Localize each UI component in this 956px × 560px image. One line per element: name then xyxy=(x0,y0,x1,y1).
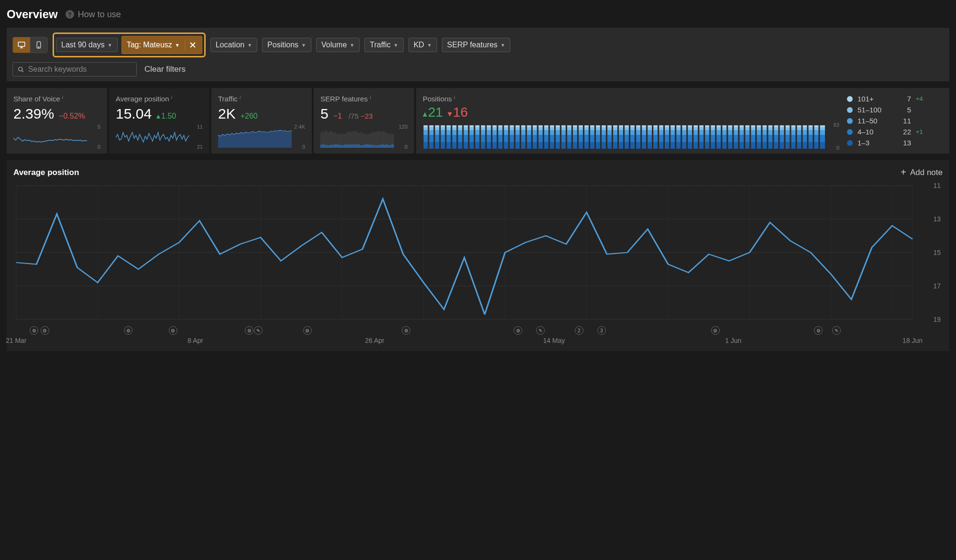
svg-rect-16 xyxy=(327,145,328,148)
svg-rect-120 xyxy=(390,145,391,148)
legend-row[interactable]: 11–5011 xyxy=(847,117,943,125)
svg-rect-34 xyxy=(338,145,339,148)
svg-rect-84 xyxy=(368,145,369,148)
highlighted-filters: Last 90 days ▼ Tag: Mateusz ▼ xyxy=(53,33,206,57)
tag-label: Tag: Mateusz xyxy=(127,41,172,49)
svg-rect-56 xyxy=(351,144,352,148)
svg-rect-62 xyxy=(355,144,356,148)
clear-tag-icon[interactable] xyxy=(185,39,197,51)
note-marker[interactable]: ⚙ xyxy=(514,326,522,335)
note-marker[interactable]: ⚙ xyxy=(124,326,132,335)
svg-rect-26 xyxy=(333,145,334,148)
note-marker[interactable]: ✎ xyxy=(254,326,263,335)
how-to-use-link[interactable]: ? How to use xyxy=(66,10,121,20)
svg-rect-88 xyxy=(371,144,372,148)
svg-rect-96 xyxy=(376,145,377,148)
chevron-down-icon: ▼ xyxy=(301,43,306,48)
info-icon: i xyxy=(240,95,241,100)
note-marker[interactable]: ⚙ xyxy=(711,326,720,335)
svg-rect-100 xyxy=(378,145,379,148)
clear-filters-link[interactable]: Clear filters xyxy=(142,65,186,74)
tag-filter[interactable]: Tag: Mateusz ▼ xyxy=(121,36,202,54)
svg-rect-108 xyxy=(383,144,384,148)
desktop-icon xyxy=(17,41,26,49)
traffic-filter[interactable]: Traffic▼ xyxy=(364,38,403,52)
note-marker[interactable]: ⚙ xyxy=(303,326,312,335)
device-toggle xyxy=(12,37,48,53)
avg-value: 15.04 xyxy=(116,106,152,122)
svg-rect-10 xyxy=(323,144,324,148)
positions-filter[interactable]: Positions▼ xyxy=(262,38,311,52)
device-mobile-button[interactable] xyxy=(30,37,47,53)
legend-value: 5 xyxy=(897,106,911,114)
device-desktop-button[interactable] xyxy=(13,37,30,53)
note-marker[interactable]: ✎ xyxy=(536,326,545,335)
svg-rect-76 xyxy=(363,145,364,148)
svg-rect-30 xyxy=(335,144,336,148)
note-marker[interactable]: ⚙ xyxy=(402,326,410,335)
note-marker[interactable]: ✎ xyxy=(832,326,841,335)
mobile-icon xyxy=(34,41,43,49)
note-marker[interactable]: ⚙ xyxy=(814,326,823,335)
legend-row[interactable]: 1–313 xyxy=(847,139,943,147)
note-markers-row: ⚙⚙⚙⚙⚙✎⚙⚙⚙✎23⚙⚙✎ xyxy=(13,326,943,336)
chevron-down-icon: ▼ xyxy=(175,43,180,48)
svg-rect-70 xyxy=(360,145,361,148)
svg-rect-8 xyxy=(322,145,323,148)
note-marker[interactable]: 2 xyxy=(575,326,583,335)
serp-features-card[interactable]: SERP featuresi 5 −1 /75 −23 120 0 xyxy=(314,88,414,154)
location-filter[interactable]: Location▼ xyxy=(210,38,257,52)
note-marker[interactable]: ⚙ xyxy=(169,326,177,335)
legend-row[interactable]: 4–1022+1 xyxy=(847,128,943,136)
note-marker[interactable]: 3 xyxy=(597,326,606,335)
add-note-button[interactable]: + Add note xyxy=(901,167,943,178)
svg-rect-68 xyxy=(359,144,360,148)
traffic-delta: +260 xyxy=(241,112,258,121)
svg-rect-116 xyxy=(388,145,389,148)
y-axis-tick: 15 xyxy=(933,249,941,256)
share-of-voice-card[interactable]: Share of Voicei 2.39% −0.52% 5 0 xyxy=(7,88,107,154)
svg-rect-90 xyxy=(372,145,373,148)
metric-cards-row: Share of Voicei 2.39% −0.52% 5 0 Average… xyxy=(7,88,949,154)
note-marker[interactable]: ⚙ xyxy=(41,326,49,335)
y-axis-tick: 17 xyxy=(933,282,941,290)
average-position-card[interactable]: Average positioni 15.04 1.50 11 21 xyxy=(109,88,209,154)
main-chart-panel: Average position + Add note 1113151719 ⚙… xyxy=(7,160,949,351)
svg-rect-58 xyxy=(352,144,353,148)
svg-rect-98 xyxy=(377,145,378,148)
swatch-icon xyxy=(847,140,853,146)
svg-rect-102 xyxy=(379,145,380,148)
svg-rect-42 xyxy=(342,145,343,148)
close-icon xyxy=(189,42,196,48)
overview-header: Overview ? How to use xyxy=(7,6,949,28)
legend-label: 11–50 xyxy=(857,117,892,125)
chevron-down-icon: ▼ xyxy=(427,43,432,48)
x-axis-tick: 1 Jun xyxy=(725,337,741,344)
positions-card[interactable]: Positionsi 21 16 63 0 101+7+451–100511–5… xyxy=(416,88,949,154)
search-input[interactable] xyxy=(28,65,132,74)
svg-rect-86 xyxy=(370,144,371,148)
serp-value: 5 xyxy=(320,106,329,122)
legend-row[interactable]: 51–1005 xyxy=(847,106,943,114)
svg-rect-122 xyxy=(392,144,393,148)
svg-rect-48 xyxy=(346,144,347,148)
note-marker[interactable]: ⚙ xyxy=(30,326,38,335)
legend-row[interactable]: 101+7+4 xyxy=(847,95,943,103)
svg-rect-74 xyxy=(362,145,363,148)
legend-value: 7 xyxy=(897,95,911,103)
main-chart-area: 1113151719 xyxy=(13,181,943,324)
serp-delta: −1 xyxy=(333,112,342,121)
kd-filter[interactable]: KD▼ xyxy=(408,38,437,52)
volume-filter[interactable]: Volume▼ xyxy=(316,38,360,52)
svg-rect-28 xyxy=(334,144,335,148)
traffic-value: 2K xyxy=(218,106,236,122)
serp-features-filter[interactable]: SERP features▼ xyxy=(442,38,510,52)
search-icon xyxy=(18,66,24,73)
traffic-card[interactable]: Traffici 2K +260 2.4K 0 xyxy=(211,88,312,154)
note-marker[interactable]: ⚙ xyxy=(245,326,253,335)
svg-rect-114 xyxy=(387,144,388,148)
svg-point-2 xyxy=(38,47,39,48)
swatch-icon xyxy=(847,118,853,124)
info-icon: i xyxy=(454,95,455,100)
date-range-filter[interactable]: Last 90 days ▼ xyxy=(56,38,118,52)
